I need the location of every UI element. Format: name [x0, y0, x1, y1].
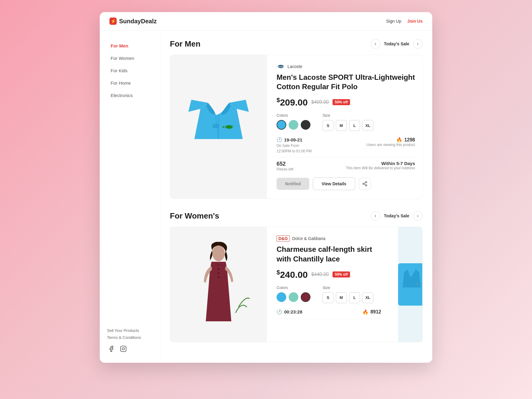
instagram-icon[interactable] [119, 345, 128, 353]
sidebar-item-for-home[interactable]: For Home [107, 77, 153, 89]
size-l-women[interactable]: L [349, 292, 360, 303]
color-label-men: Colors [277, 113, 310, 118]
viewers-count-women: 🔥 8912 [362, 309, 381, 315]
size-label-women: Size [323, 285, 373, 290]
svg-point-7 [365, 182, 367, 183]
stock-label-men: Pieces left [277, 167, 293, 171]
stock-count-men: 652 [277, 161, 293, 167]
product-details-women: D&G Dolce & Gabbana Charmeuse calf-lengt… [277, 227, 388, 342]
brand-row-men: LACOSTE Lacoste [277, 63, 415, 70]
svg-point-9 [365, 185, 367, 186]
color-swatch-mint[interactable] [289, 120, 298, 130]
svg-point-14 [218, 277, 219, 278]
size-l-men[interactable]: L [349, 120, 360, 131]
size-options-women: S M L XL [323, 292, 373, 303]
facebook-icon[interactable] [107, 345, 115, 353]
viewers-label-men: Users are viewing this product [366, 143, 415, 147]
viewers-number-men: 1298 [404, 137, 415, 143]
next-button-men[interactable]: › [413, 39, 423, 49]
notified-button-men[interactable]: Notified [277, 178, 309, 190]
next-button-women[interactable]: › [413, 211, 423, 221]
svg-point-8 [363, 183, 364, 185]
header-actions: Sign Up Join Us [386, 19, 423, 24]
fire-icon-men: 🔥 [396, 137, 402, 143]
meta-right-men: 🔥 1298 Users are viewing this product [366, 137, 415, 147]
meta-row-men: 🕐 19-09-21 On Sale From 12:00PM to 01:00… [277, 137, 415, 157]
size-label-men: Size [323, 113, 373, 118]
color-option-group-women: Colors [277, 285, 310, 303]
share-button-men[interactable] [359, 178, 371, 190]
share-icon [362, 181, 368, 187]
chevron-right-icon-women [415, 281, 420, 287]
svg-rect-0 [121, 346, 126, 352]
nav-menu: For Men For Women For Kids For Home Elec… [107, 40, 153, 101]
sidebar-item-for-kids[interactable]: For Kids [107, 65, 153, 76]
signup-button[interactable]: Sign Up [386, 19, 401, 24]
section-header-women: For Women's ‹ Today's Sale › [170, 211, 423, 221]
sidebar-item-for-women[interactable]: For Women [107, 53, 153, 64]
size-xl-women[interactable]: XL [362, 292, 373, 303]
size-m-women[interactable]: M [336, 292, 347, 303]
meta-date-women: 🕐 00:23:28 [277, 309, 302, 315]
price-row-men: $209.00 $409.00 50% off [277, 97, 415, 108]
sell-products-link[interactable]: Sell Your Products [107, 328, 153, 333]
section-header-men: For Men ‹ Today's Sale › [170, 39, 423, 49]
prev-button-women[interactable]: ‹ [371, 211, 380, 221]
sidebar-item-for-men[interactable]: For Men [107, 40, 153, 51]
joinus-button[interactable]: Join Us [407, 19, 423, 24]
color-swatch-darkgray[interactable] [301, 120, 310, 130]
viewers-count-men: 🔥 1298 [366, 137, 415, 143]
sale-date-men: 19-09-21 [284, 137, 302, 142]
product-image-men [170, 55, 267, 199]
view-details-button-men[interactable]: View Details [313, 177, 355, 190]
clock-icon: 🕐 [277, 137, 282, 142]
color-swatches-women [277, 292, 310, 302]
color-label-women: Colors [277, 285, 310, 290]
sale-time-men: 12:00PM to 01:00 PM [277, 149, 312, 153]
product-card-men: LACOSTE Lacoste Men's Lacoste SPORT Ultr… [170, 55, 423, 199]
color-swatch-blue-w[interactable] [277, 292, 286, 302]
terms-link[interactable]: Terms & Conditions [107, 335, 153, 340]
price-currency-men: $ [277, 97, 280, 103]
polo-shirt-image [182, 85, 255, 169]
size-m-men[interactable]: M [336, 120, 347, 131]
sidebar-item-electronics[interactable]: Electronics [107, 90, 153, 101]
right-teaser-women[interactable] [398, 227, 422, 342]
action-row-men: Notified View Details [277, 177, 415, 190]
meta-sublabel-men: On Sale From [277, 144, 312, 148]
brand-logo-lacoste: LACOSTE [277, 63, 285, 70]
price-currency-women: $ [277, 269, 280, 276]
svg-point-4 [225, 125, 233, 129]
section-nav-men: ‹ Today's Sale › [371, 39, 423, 49]
product-card-women: D&G Dolce & Gabbana Charmeuse calf-lengt… [170, 227, 423, 342]
product-details-men: LACOSTE Lacoste Men's Lacoste SPORT Ultr… [277, 55, 422, 199]
brand-logo-dg: D&G [277, 235, 290, 242]
stock-row-men: 652 Pieces left Within 5-7 Days This Ite… [277, 161, 415, 171]
app-window: ⚡ SundayDealz Sign Up Join Us For Men Fo… [100, 12, 432, 363]
dress-image [182, 239, 255, 330]
body-layout: For Men For Women For Kids For Home Elec… [100, 31, 432, 363]
color-option-group-men: Colors [277, 113, 310, 131]
app-name: SundayDealz [119, 18, 157, 25]
color-swatch-mint-w[interactable] [289, 292, 298, 302]
prev-button-men[interactable]: ‹ [371, 39, 380, 49]
sale-time-women: 00:23:28 [284, 309, 302, 314]
product-title-women: Charmeuse calf-length skirt with Chantil… [277, 245, 381, 263]
section-title-men: For Men [170, 39, 200, 49]
size-xl-men[interactable]: XL [362, 120, 373, 131]
size-options-men: S M L XL [323, 120, 373, 131]
delivery-days-men: Within 5-7 Days [346, 161, 415, 166]
stock-info-men: 652 Pieces left [277, 161, 293, 171]
price-current-women: $240.00 [277, 269, 308, 280]
meta-date-men: 🕐 19-09-21 [277, 137, 312, 142]
product-image-women [170, 227, 267, 342]
sidebar-footer: Sell Your Products Terms & Conditions [107, 328, 153, 353]
svg-point-13 [218, 272, 219, 274]
meta-left-women: 🕐 00:23:28 [277, 309, 302, 315]
color-swatch-burgundy-w[interactable] [301, 292, 310, 302]
svg-point-12 [218, 268, 219, 270]
size-s-men[interactable]: S [323, 120, 333, 131]
discount-badge-women: 50% off [332, 271, 350, 277]
color-swatch-blue[interactable] [277, 120, 286, 130]
size-s-women[interactable]: S [323, 292, 333, 303]
